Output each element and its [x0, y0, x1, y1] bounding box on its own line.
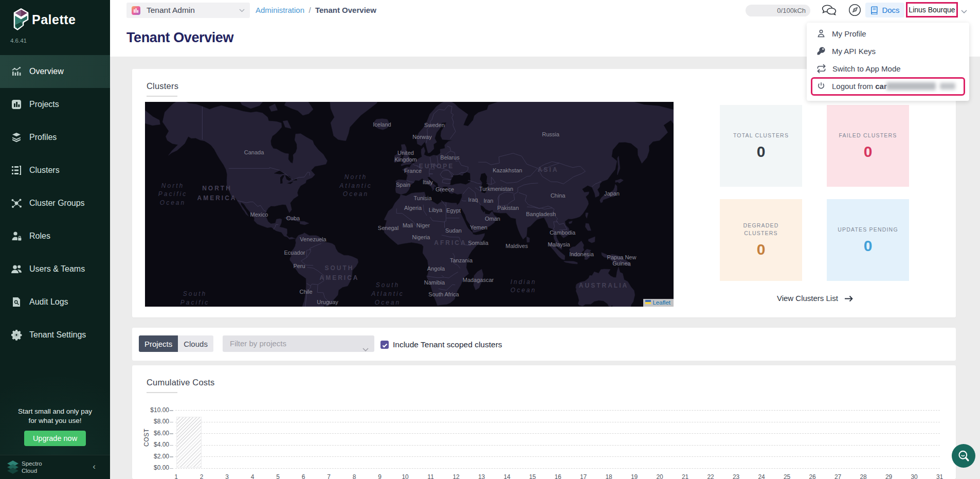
svg-text:Nigeria: Nigeria: [412, 234, 431, 240]
svg-text:Angola: Angola: [427, 265, 445, 272]
svg-text:Pakistan: Pakistan: [497, 205, 519, 211]
svg-text:Papua New: Papua New: [607, 254, 637, 260]
svg-text:Uruguay: Uruguay: [317, 299, 338, 305]
svg-text:Italy: Italy: [423, 179, 433, 185]
svg-text:Mali: Mali: [403, 222, 413, 228]
svg-text:Iceland: Iceland: [373, 121, 391, 128]
svg-text:Ecuador: Ecuador: [284, 250, 305, 256]
svg-text:Greece: Greece: [435, 186, 454, 192]
svg-text:China: China: [551, 192, 566, 199]
svg-text:Indian: Indian: [511, 278, 537, 286]
svg-text:Indonesia: Indonesia: [569, 251, 594, 257]
svg-text:Egypt: Egypt: [446, 207, 461, 214]
svg-text:Maldives: Maldives: [505, 243, 528, 249]
svg-text:Pacific: Pacific: [180, 299, 209, 306]
svg-text:Madagascar: Madagascar: [463, 277, 494, 283]
svg-text:Iraq: Iraq: [468, 197, 478, 203]
svg-text:Cambodia: Cambodia: [550, 229, 576, 236]
svg-text:Tanzania: Tanzania: [450, 257, 473, 263]
svg-text:Sudan: Sudan: [445, 227, 462, 234]
svg-text:Namibia: Namibia: [424, 279, 445, 286]
svg-text:Algeria: Algeria: [404, 205, 422, 211]
svg-text:ASIA: ASIA: [538, 166, 559, 173]
svg-text:Venezuela: Venezuela: [300, 236, 326, 242]
svg-text:Ocean: Ocean: [511, 287, 536, 294]
svg-text:Cuba: Cuba: [286, 215, 300, 221]
svg-text:Guinea: Guinea: [612, 260, 631, 267]
svg-text:South Africa: South Africa: [428, 291, 459, 297]
svg-text:Atlantic: Atlantic: [339, 182, 372, 189]
svg-text:Ocean: Ocean: [375, 299, 401, 306]
svg-text:Sweden: Sweden: [424, 122, 445, 128]
svg-text:North: North: [344, 173, 367, 181]
svg-text:United: United: [397, 150, 414, 156]
svg-text:Tunisia: Tunisia: [413, 195, 432, 201]
svg-text:South: South: [376, 281, 400, 289]
svg-text:Japan: Japan: [604, 190, 620, 197]
svg-text:Pacific: Pacific: [158, 190, 187, 198]
svg-text:Kazakhstan: Kazakhstan: [493, 167, 522, 173]
svg-text:Malaysia: Malaysia: [548, 241, 570, 247]
svg-text:Libya: Libya: [429, 207, 443, 213]
svg-text:South: South: [183, 290, 207, 297]
svg-text:North: North: [161, 182, 184, 189]
svg-text:Chile: Chile: [299, 289, 312, 295]
svg-text:Oman: Oman: [485, 216, 500, 222]
svg-text:Canada: Canada: [244, 149, 264, 155]
svg-text:Senegal: Senegal: [378, 225, 398, 231]
svg-text:SOUTH: SOUTH: [325, 264, 354, 272]
svg-text:AMERICA: AMERICA: [197, 194, 237, 202]
svg-text:Atlantic: Atlantic: [371, 290, 404, 297]
svg-text:EUROPE: EUROPE: [419, 163, 455, 170]
svg-text:Kingdom: Kingdom: [394, 156, 416, 163]
svg-text:Ocean: Ocean: [160, 199, 186, 206]
svg-text:Somalia: Somalia: [468, 240, 489, 246]
svg-text:Spain: Spain: [396, 182, 410, 188]
svg-text:Ocean: Ocean: [343, 190, 369, 198]
svg-text:Peru: Peru: [293, 263, 305, 269]
svg-text:NORTH: NORTH: [202, 185, 232, 192]
svg-text:Bangladesh: Bangladesh: [526, 211, 556, 217]
svg-text:AUSTRALIA: AUSTRALIA: [579, 282, 628, 289]
svg-text:Turkmenistan: Turkmenistan: [479, 186, 513, 192]
svg-text:Norway: Norway: [412, 134, 432, 140]
svg-text:Yemen: Yemen: [470, 224, 487, 230]
svg-text:Iran: Iran: [484, 198, 494, 204]
svg-text:Niger: Niger: [416, 222, 430, 228]
svg-text:AMERICA: AMERICA: [320, 274, 359, 281]
svg-text:AFRICA: AFRICA: [434, 239, 466, 246]
svg-text:Mexico: Mexico: [250, 211, 268, 218]
svg-text:Belarus: Belarus: [440, 154, 460, 161]
svg-text:Russia: Russia: [542, 131, 560, 137]
